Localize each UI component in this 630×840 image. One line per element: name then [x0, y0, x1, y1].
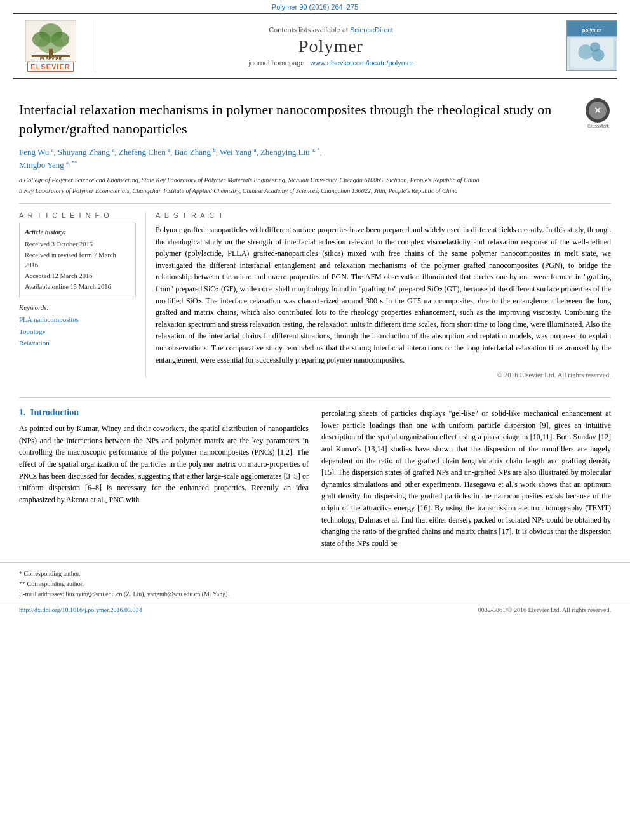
svg-point-14 [590, 42, 600, 52]
author-mingbo-yang: Mingbo Yang a, ** [19, 160, 77, 170]
footnote-section: * Corresponding author. ** Corresponding… [0, 562, 630, 603]
doi-link[interactable]: http://dx.doi.org/10.1016/j.polymer.2016… [19, 606, 142, 613]
introduction-section: 1. Introduction As pointed out by Kumar,… [0, 408, 630, 549]
journal-url[interactable]: www.elsevier.com/locate/polymer [311, 59, 413, 67]
accepted-date: Accepted 12 March 2016 [25, 271, 130, 282]
footnote-corresponding-2: ** Corresponding author. [19, 579, 611, 589]
svg-text:polymer: polymer [582, 27, 601, 33]
footnote-emails: E-mail addresses: liuzhying@scu.edu.cn (… [19, 589, 611, 599]
citation-bar: Polymer 90 (2016) 264–275 [0, 0, 630, 13]
issn-text: 0032-3861/© 2016 Elsevier Ltd. All right… [478, 606, 611, 613]
keyword-2: Topology [19, 326, 136, 338]
received-date: Received 3 October 2015 [25, 239, 130, 250]
affiliation-a: a College of Polymer Science and Enginee… [19, 176, 611, 185]
bottom-bar: http://dx.doi.org/10.1016/j.polymer.2016… [0, 603, 630, 617]
affiliations: a College of Polymer Science and Enginee… [19, 176, 611, 196]
keyword-1: PLA nanocomposites [19, 314, 136, 326]
abstract-heading: A B S T R A C T [156, 211, 611, 219]
abstract-text: Polymer grafted nanoparticles with diffe… [156, 224, 611, 366]
intro-right-column: percolating sheets of particles displays… [321, 408, 611, 549]
sciencedirect-link[interactable]: ScienceDirect [350, 26, 393, 34]
svg-text:ELSEVIER: ELSEVIER [39, 57, 62, 61]
available-date: Available online 15 March 2016 [25, 282, 130, 293]
polymer-cover-svg: polymer [567, 20, 617, 71]
intro-right-text: percolating sheets of particles displays… [321, 408, 611, 549]
journal-homepage: journal homepage: www.elsevier.com/locat… [248, 59, 413, 67]
intro-left-text: As pointed out by Kumar, Winey and their… [19, 423, 309, 505]
elsevier-logo: ELSEVIER ELSEVIER [13, 20, 95, 72]
citation-text: Polymer 90 (2016) 264–275 [272, 3, 358, 11]
intro-left-column: 1. Introduction As pointed out by Kumar,… [19, 408, 309, 549]
sciencedirect-line: Contents lists available at ScienceDirec… [269, 26, 393, 34]
article-info-column: A R T I C L E I N F O Article history: R… [19, 211, 146, 378]
elsevier-brand-label: ELSEVIER [27, 62, 73, 72]
intro-heading: 1. Introduction [19, 408, 309, 418]
revised-date: Received in revised form 7 March 2016 [25, 250, 130, 272]
author-feng-wu: Feng Wu a, [19, 147, 58, 157]
author-bao-zhang: Bao Zhang b, [175, 147, 220, 157]
keywords-label: Keywords: [19, 303, 136, 311]
history-label: Article history: [25, 227, 130, 238]
author-wei-yang: Wei Yang a, [220, 147, 260, 157]
polymer-cover-image: polymer [566, 20, 617, 71]
section-divider [19, 397, 611, 398]
author-shuyang-zhang: Shuyang Zhang a, [58, 147, 119, 157]
article-info-heading: A R T I C L E I N F O [19, 211, 136, 219]
author-zhefeng-chen: Zhefeng Chen a, [119, 147, 175, 157]
keywords-section: Keywords: PLA nanocomposites Topology Re… [19, 303, 136, 349]
crossmark-badge: ✕ CrossMark [586, 98, 611, 124]
keyword-3: Relaxation [19, 337, 136, 349]
article-history-block: Article history: Received 3 October 2015… [19, 223, 136, 297]
authors-line: Feng Wu a, Shuyang Zhang a, Zhefeng Chen… [19, 145, 611, 171]
elsevier-tree-icon: ELSEVIER [25, 20, 76, 62]
author-zhengying-liu: Zhengying Liu a, *, [260, 147, 322, 157]
journal-title: Polymer [298, 36, 363, 57]
abstract-section: A B S T R A C T Polymer grafted nanopart… [146, 211, 611, 378]
article-title: Interfacial relaxation mechanisms in pol… [19, 100, 579, 138]
affiliation-b: b Key Laboratory of Polymer Ecomaterials… [19, 187, 611, 196]
copyright-line: © 2016 Elsevier Ltd. All rights reserved… [156, 371, 611, 378]
footnote-corresponding-1: * Corresponding author. [19, 569, 611, 579]
